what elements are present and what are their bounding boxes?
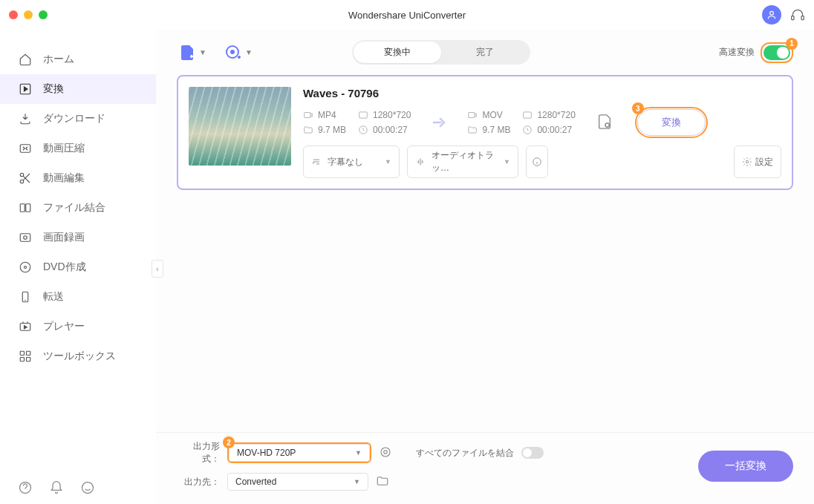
file-card: Waves - 70796 MP4 1280*720 9.7 MB 00:00:… <box>177 75 793 190</box>
output-format-label: 出力形式： <box>178 440 220 465</box>
toolbar: ▼ ▼ 変換中 完了 高速変換 1 <box>156 30 814 75</box>
svg-point-7 <box>20 180 24 183</box>
sidebar-label: DVD作成 <box>43 261 86 274</box>
svg-point-0 <box>770 11 774 15</box>
video-thumbnail[interactable] <box>189 87 291 166</box>
minimize-window-button[interactable] <box>24 10 33 19</box>
clock-icon <box>358 125 368 135</box>
bottom-bar: 出力形式： MOV-HD 720P ▼ 2 すべてのファイルを結合 出力先： C… <box>156 432 814 504</box>
svg-rect-29 <box>524 112 532 118</box>
sidebar-item-toolbox[interactable]: ツールボックス <box>0 341 156 371</box>
svg-rect-19 <box>20 358 24 361</box>
sidebar-item-download[interactable]: ダウンロード <box>0 104 156 134</box>
svg-marker-4 <box>25 87 28 91</box>
toolbox-icon <box>18 349 33 364</box>
player-icon <box>18 319 33 334</box>
status-tabs: 変換中 完了 <box>352 40 530 65</box>
sidebar-item-record[interactable]: 画面録画 <box>0 223 156 252</box>
content-area: ▼ ▼ 変換中 完了 高速変換 1 <box>156 30 814 504</box>
svg-rect-8 <box>20 204 25 212</box>
home-icon <box>18 52 33 67</box>
output-dir-select[interactable]: Converted ▼ <box>227 473 368 491</box>
svg-point-13 <box>25 266 27 269</box>
resolution-icon <box>522 110 533 120</box>
titlebar: Wondershare UniConverter <box>0 0 814 30</box>
sidebar-item-player[interactable]: プレヤー <box>0 312 156 341</box>
add-disc-icon <box>224 44 242 62</box>
app-title: Wondershare UniConverter <box>348 10 466 21</box>
resolution-icon <box>358 110 368 120</box>
fast-convert-label: 高速変換 <box>719 46 755 59</box>
sidebar-item-edit[interactable]: 動画編集 <box>0 163 156 193</box>
target-meta: MOV 1280*720 9.7 MB 00:00:27 <box>467 110 575 135</box>
output-format-select[interactable]: MOV-HD 720P ▼ <box>229 444 370 462</box>
add-file-button[interactable]: ▼ <box>178 44 206 62</box>
sidebar-label: プレヤー <box>43 320 85 333</box>
support-icon[interactable] <box>790 7 805 22</box>
close-window-button[interactable] <box>9 10 18 19</box>
item-settings-button[interactable]: 設定 <box>734 145 781 178</box>
svg-rect-28 <box>469 113 475 118</box>
sidebar-item-merge[interactable]: ファイル結合 <box>0 193 156 223</box>
sidebar-label: 動画編集 <box>43 171 85 185</box>
svg-point-12 <box>20 262 30 272</box>
convert-icon <box>18 82 33 96</box>
sidebar-item-compress[interactable]: 動画圧縮 <box>0 134 156 163</box>
info-icon <box>532 157 542 167</box>
record-icon <box>18 230 33 245</box>
audio-track-select[interactable]: オーディオトラッ… ▼ <box>407 145 518 178</box>
video-icon <box>467 110 478 120</box>
sidebar: ホーム 変換 ダウンロード 動画圧縮 動画編集 ファイル結合 画面録画 DVD <box>0 30 156 504</box>
user-avatar[interactable] <box>762 5 781 24</box>
fast-convert-toggle-group: 高速変換 1 <box>719 42 793 63</box>
add-disc-button[interactable]: ▼ <box>224 44 253 62</box>
merge-toggle[interactable] <box>521 447 544 459</box>
chevron-down-icon: ▼ <box>354 478 360 485</box>
sidebar-item-dvd[interactable]: DVD作成 <box>0 252 156 282</box>
svg-point-24 <box>231 50 234 53</box>
merge-label: すべてのファイルを結合 <box>416 447 514 459</box>
chevron-down-icon: ▼ <box>385 158 391 166</box>
dvd-icon <box>18 260 33 275</box>
format-settings-button[interactable] <box>379 445 394 460</box>
svg-rect-26 <box>359 112 368 118</box>
subtitle-select[interactable]: 字幕なし ▼ <box>303 145 400 178</box>
bell-icon[interactable] <box>49 480 64 495</box>
sidebar-label: 動画圧縮 <box>43 142 85 155</box>
svg-rect-17 <box>20 351 24 355</box>
highlight-badge: 2 <box>223 436 235 448</box>
chevron-down-icon: ▼ <box>245 48 253 56</box>
svg-marker-16 <box>25 326 27 330</box>
audio-icon <box>415 157 426 167</box>
tab-converting[interactable]: 変換中 <box>354 42 441 63</box>
open-folder-button[interactable] <box>376 474 391 489</box>
svg-point-33 <box>746 160 749 163</box>
merge-icon <box>18 200 33 215</box>
batch-convert-button[interactable]: 一括変換 <box>698 451 793 482</box>
output-dir-label: 出力先： <box>178 476 220 488</box>
info-button[interactable] <box>526 145 548 178</box>
sidebar-item-transfer[interactable]: 転送 <box>0 282 156 312</box>
svg-rect-9 <box>26 204 30 212</box>
feedback-icon[interactable] <box>80 480 95 495</box>
sidebar-label: 変換 <box>43 82 64 96</box>
collapse-sidebar-button[interactable]: ‹ <box>152 260 163 278</box>
help-icon[interactable] <box>18 480 33 495</box>
sidebar-item-convert[interactable]: 変換 <box>0 74 156 104</box>
tab-done[interactable]: 完了 <box>441 42 529 63</box>
chevron-down-icon: ▼ <box>199 48 206 56</box>
convert-button[interactable]: 変換 <box>637 109 706 136</box>
scissors-icon <box>18 171 33 186</box>
highlight-badge: 3 <box>632 102 644 114</box>
svg-rect-1 <box>792 16 794 20</box>
file-settings-button[interactable] <box>596 114 614 131</box>
sidebar-item-home[interactable]: ホーム <box>0 45 156 74</box>
svg-rect-2 <box>801 16 804 20</box>
svg-point-11 <box>24 236 27 240</box>
svg-rect-10 <box>20 234 30 242</box>
sidebar-label: ファイル結合 <box>43 201 105 215</box>
download-icon <box>18 111 33 126</box>
clock-icon <box>522 125 533 135</box>
maximize-window-button[interactable] <box>39 10 48 19</box>
gear-icon <box>742 157 752 167</box>
